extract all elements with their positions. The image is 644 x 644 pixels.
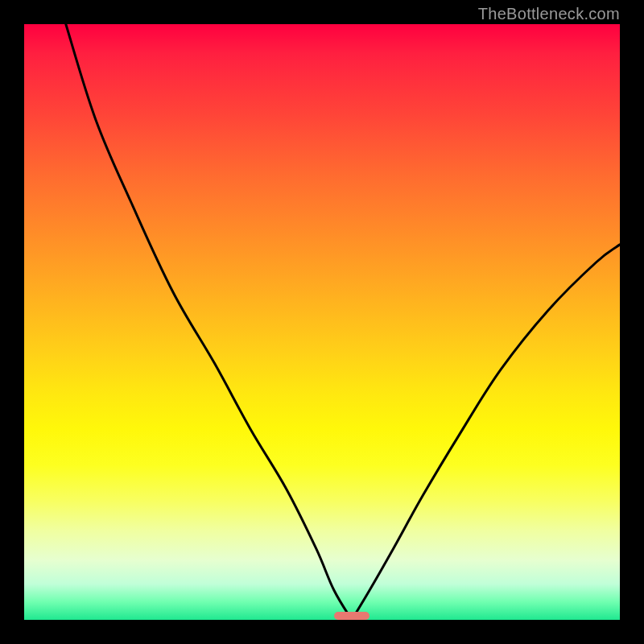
watermark-text: TheBottleneck.com [478, 5, 620, 23]
bottleneck-marker [334, 612, 369, 620]
chart-frame: TheBottleneck.com [0, 0, 644, 644]
plot-area [24, 24, 620, 620]
left-branch-path [66, 24, 352, 620]
curve-svg [24, 24, 620, 620]
right-branch-path [352, 245, 620, 620]
